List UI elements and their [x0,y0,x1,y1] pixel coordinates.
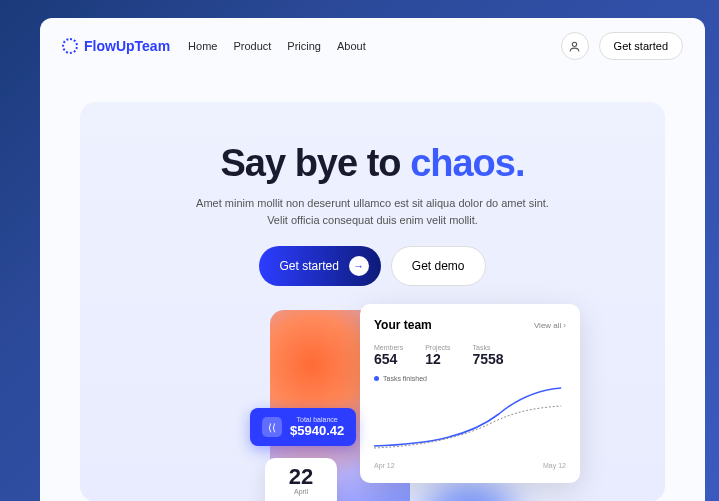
rewind-icon: ⟨⟨ [262,417,282,437]
nav-get-started-button[interactable]: Get started [599,32,683,60]
arrow-right-icon: → [349,256,369,276]
cta-row: Get started → Get demo [110,246,635,286]
stat-projects-value: 12 [425,351,450,367]
team-card-header: Your team View all › [374,318,566,332]
stats-row: Members 654 Projects 12 Tasks 7558 [374,344,566,367]
logo-icon [62,38,78,54]
nav-link-about[interactable]: About [337,40,366,52]
chart-legend: Tasks finished [374,375,566,382]
account-button[interactable] [561,32,589,60]
line-chart [374,386,566,456]
stat-tasks-value: 7558 [472,351,503,367]
axis-start: Apr 12 [374,462,395,469]
stat-tasks: Tasks 7558 [472,344,503,367]
balance-label: Total balance [290,416,344,423]
chevron-right-icon: › [563,321,566,330]
legend-label: Tasks finished [383,375,427,382]
team-card-title: Your team [374,318,432,332]
nav-right: Get started [561,32,683,60]
date-day: 22 [271,466,331,488]
hero-section: Say bye to chaos. Amet minim mollit non … [80,102,665,501]
team-card: Your team View all › Members 654 Project… [360,304,580,483]
date-month: April [271,488,331,495]
legend-dot-icon [374,376,379,381]
get-demo-button[interactable]: Get demo [391,246,486,286]
stat-members: Members 654 [374,344,403,367]
svg-point-0 [572,42,576,46]
nav-link-home[interactable]: Home [188,40,217,52]
user-icon [568,40,581,53]
balance-text: Total balance $5940.42 [290,416,344,438]
stat-tasks-label: Tasks [472,344,503,351]
cta-primary-label: Get started [279,259,338,273]
hero-title-accent: chaos. [410,142,524,184]
balance-value: $5940.42 [290,423,344,438]
gradient-blob [420,482,520,501]
date-card: 22 April Summary call [265,458,337,501]
view-all-label: View all [534,321,561,330]
hero-title-plain: Say bye to [220,142,410,184]
nav-link-pricing[interactable]: Pricing [287,40,321,52]
hero-visual: Your team View all › Members 654 Project… [110,310,635,501]
balance-chip: ⟨⟨ Total balance $5940.42 [250,408,356,446]
nav-links: Home Product Pricing About [188,40,366,52]
nav-link-product[interactable]: Product [233,40,271,52]
top-nav: FlowUpTeam Home Product Pricing About Ge… [40,18,705,74]
page-surface: FlowUpTeam Home Product Pricing About Ge… [40,18,705,501]
axis-end: May 12 [543,462,566,469]
chart-x-axis: Apr 12 May 12 [374,462,566,469]
stat-projects: Projects 12 [425,344,450,367]
get-started-button[interactable]: Get started → [259,246,380,286]
logo[interactable]: FlowUpTeam [62,38,170,54]
stat-projects-label: Projects [425,344,450,351]
hero-title: Say bye to chaos. [110,142,635,185]
stat-members-label: Members [374,344,403,351]
stat-members-value: 654 [374,351,403,367]
brand-name: FlowUpTeam [84,38,170,54]
hero-subtitle: Amet minim mollit non deserunt ullamco e… [193,195,553,228]
view-all-link[interactable]: View all › [534,321,566,330]
